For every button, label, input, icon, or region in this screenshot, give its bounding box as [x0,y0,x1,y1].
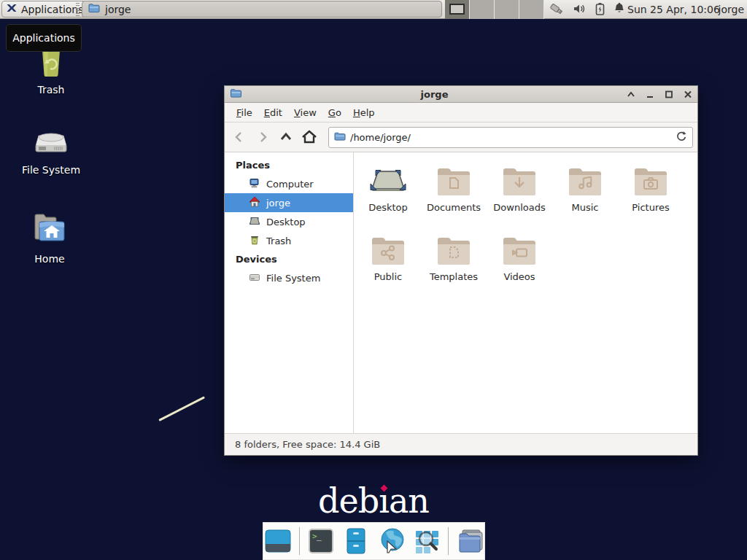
panel-handle[interactable] [76,3,80,16]
menu-help[interactable]: Help [347,104,381,121]
file-item-label: Documents [427,202,481,213]
file-item-label: Music [572,202,599,213]
menu-file[interactable]: File [231,104,258,121]
debian-text-right: an [389,481,429,521]
window-titlebar[interactable]: jorge [225,86,697,103]
file-item-label: Desktop [368,202,408,213]
file-item-templates[interactable]: Templates [421,228,487,297]
system-tray [549,0,625,19]
menu-go[interactable]: Go [322,104,347,121]
removable-media-icon[interactable] [549,1,565,18]
workspace-3[interactable] [495,0,519,19]
sidebar-item-file-system[interactable]: File System [225,268,353,287]
sidebar-places-header: Places [225,156,353,174]
desktop-icon-label: File System [22,164,80,176]
battery-icon[interactable] [595,2,605,18]
menu-view[interactable]: View [288,104,322,121]
window-folder-icon [230,88,242,101]
folder-icon [88,2,100,16]
shade-icon[interactable] [627,90,635,98]
home-folder-icon [31,210,69,249]
sidebar: Places Computer jorge Desktop [225,152,354,433]
sidebar-item-label: Trash [266,236,291,246]
file-item-music[interactable]: Music [552,158,618,228]
sidebar-item-label: Computer [266,179,314,190]
file-item-public[interactable]: Public [355,228,421,297]
file-cabinet-icon[interactable] [341,526,371,556]
top-panel: Applications jorge Sun 25 Apr, 10:06 jor… [0,0,747,19]
forward-button[interactable] [252,127,273,147]
desktop-icon-file-system[interactable]: File System [16,122,86,176]
close-icon[interactable] [684,90,692,98]
file-item-downloads[interactable]: Downloads [487,158,552,228]
terminal-icon[interactable]: >_ [306,526,336,556]
sidebar-item-label: jorge [266,198,290,209]
show-desktop-icon[interactable] [263,526,293,556]
svg-text:_: _ [317,532,322,541]
file-item-documents[interactable]: Documents [421,158,487,228]
folder-videos-icon [501,232,538,270]
desktop-icon-label: Home [34,253,64,265]
applications-menu-label: Applications [21,4,84,15]
desktop-icon-label: Trash [38,84,65,96]
dock-separator [448,527,449,555]
path-folder-icon [334,131,346,144]
window-title: jorge [247,89,622,100]
notification-bell-icon[interactable] [614,2,625,17]
file-item-label: Pictures [632,202,669,213]
workspace-2[interactable] [470,0,495,19]
folder-music-icon [567,163,603,201]
workspace-window-preview [449,4,465,15]
xfce-applications-icon [6,2,18,16]
up-button[interactable] [276,127,296,147]
toolbar: /home/jorge/ [225,122,697,152]
panel-username[interactable]: jorge [719,0,744,19]
menu-edit[interactable]: Edit [258,104,288,121]
path-bar[interactable]: /home/jorge/ [328,127,693,148]
sidebar-item-jorge[interactable]: jorge [225,193,353,212]
folder-downloads-icon [501,163,538,201]
file-item-label: Downloads [493,202,545,213]
folder-templates-icon [436,232,472,270]
folder-documents-icon [436,163,472,201]
bottom-dock: >_ [263,522,485,560]
window-body: Places Computer jorge Desktop [225,152,697,433]
back-button[interactable] [229,127,249,147]
desktop-mini-icon [249,215,260,229]
sidebar-item-trash[interactable]: Trash [225,231,353,250]
sidebar-item-computer[interactable]: Computer [225,174,353,193]
computer-icon [249,177,260,191]
file-item-pictures[interactable]: Pictures [618,158,684,228]
sidebar-devices-header: Devices [225,250,353,268]
sidebar-item-desktop[interactable]: Desktop [225,212,353,231]
file-item-label: Videos [503,271,535,282]
file-item-label: Public [374,271,402,282]
file-item-videos[interactable]: Videos [487,228,552,297]
file-item-label: Templates [430,271,478,282]
file-manager-dock-icon[interactable] [454,526,484,556]
panel-clock[interactable]: Sun 25 Apr, 10:06 [627,0,720,19]
debian-wordmark: debıan [0,481,747,521]
sidebar-item-label: File System [266,273,320,284]
window-controls [627,90,692,98]
debian-text-left: deb [318,481,379,521]
status-text: 8 folders, Free space: 14.4 GiB [235,439,380,450]
workspace-switcher[interactable] [445,0,544,19]
hard-drive-icon [33,122,69,160]
status-bar: 8 folders, Free space: 14.4 GiB [225,433,697,455]
file-manager-window: jorge File Edit View Go Help [224,85,698,456]
path-input[interactable]: /home/jorge/ [350,132,671,143]
file-item-desktop[interactable]: Desktop [355,158,421,228]
taskbar-window-button[interactable]: jorge [82,1,442,18]
minimize-icon[interactable] [646,90,654,98]
app-finder-icon[interactable] [412,526,442,556]
home-button[interactable] [299,127,320,147]
maximize-icon[interactable] [665,90,673,98]
volume-icon[interactable] [573,3,587,17]
web-browser-icon[interactable] [377,526,407,556]
dock-separator [299,527,301,555]
workspace-4[interactable] [519,0,544,19]
workspace-1[interactable] [445,0,470,19]
reload-icon[interactable] [676,131,687,144]
desktop-icon-home[interactable]: Home [15,210,85,265]
